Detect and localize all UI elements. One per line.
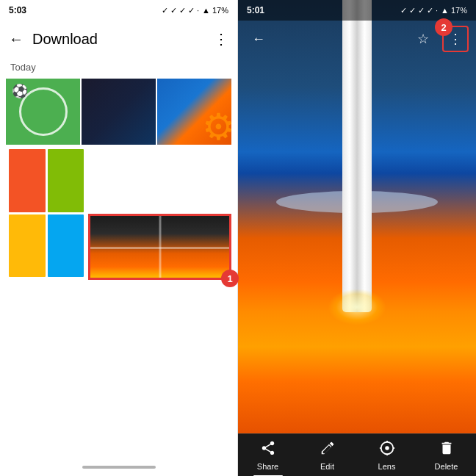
abstract-image [88, 214, 231, 280]
win-quad-blue [48, 214, 84, 278]
win-quad-yellow [9, 214, 46, 278]
gear-image [157, 79, 231, 145]
left-toolbar-left: ← Download [9, 31, 98, 48]
edit-label: Edit [320, 462, 334, 471]
status-bar-right: 5:01 ✓ ✓ ✓ ✓ · ▲ 17% [238, 0, 476, 21]
bottom-nav-indicator [82, 466, 156, 469]
section-today-label: Today [0, 57, 237, 76]
right-panel: 5:01 ✓ ✓ ✓ ✓ · ▲ 17% ← ☆ ⋮ 2 [238, 0, 476, 476]
photo-space[interactable] [82, 79, 156, 145]
edit-action[interactable]: Edit [298, 437, 357, 474]
lens-action[interactable]: Lens [357, 437, 416, 474]
back-button-right[interactable]: ← [245, 26, 272, 52]
action-bar: Share Edit Lens [238, 433, 476, 476]
photo-abstract-wrapper: 1 [88, 214, 231, 280]
edit-icon [320, 440, 336, 460]
win-quad-red [9, 149, 46, 212]
right-toolbar-actions: ☆ ⋮ 2 [410, 26, 469, 52]
photo-soccer[interactable] [6, 79, 80, 145]
delete-action[interactable]: Delete [416, 437, 476, 474]
photo-gear[interactable] [157, 79, 231, 145]
svg-point-1 [385, 446, 389, 450]
share-label: Share [257, 462, 278, 471]
more-options-button[interactable]: ⋮ [214, 30, 228, 48]
photo-grid: 1 [0, 76, 237, 283]
back-button[interactable]: ← [9, 31, 24, 48]
badge-1: 1 [221, 270, 239, 287]
windows-image [6, 146, 87, 280]
space-image [82, 79, 156, 145]
left-status-time: 5:03 [9, 5, 26, 15]
photo-windows[interactable] [6, 146, 87, 280]
lens-icon [379, 440, 395, 460]
status-bar-left: 5:03 ✓ ✓ ✓ ✓ · ▲ 17% [0, 0, 237, 21]
delete-icon [439, 440, 455, 460]
delete-label: Delete [435, 462, 458, 471]
drink-wallpaper [238, 0, 476, 433]
drink-glow [328, 289, 386, 325]
star-button[interactable]: ☆ [410, 26, 436, 52]
share-action[interactable]: Share [238, 437, 298, 474]
photo-row-2: 1 [6, 146, 231, 280]
bottom-indicator-container [0, 466, 238, 469]
win-quad-green [48, 149, 84, 212]
lens-label: Lens [378, 462, 396, 471]
left-signal-icons: ▲ 17% [202, 6, 228, 15]
right-status-icons: ✓ ✓ ✓ ✓ · ▲ 17% [400, 6, 467, 15]
soccer-image [6, 79, 80, 145]
badge-2: 2 [435, 18, 452, 36]
photo-abstract[interactable] [88, 214, 231, 280]
left-panel: 5:03 ✓ ✓ ✓ ✓ · ▲ 17% ← Download ⋮ Today [0, 0, 238, 476]
more-options-wrapper: ⋮ 2 [442, 26, 469, 52]
photo-row-1 [6, 79, 231, 145]
page-title: Download [32, 31, 98, 48]
right-signal-icons: ▲ 17% [441, 6, 467, 15]
right-status-time: 5:01 [247, 5, 264, 15]
main-image-area [238, 0, 476, 433]
left-toolbar: ← Download ⋮ [0, 21, 237, 57]
left-status-icons: ✓ ✓ ✓ ✓ · ▲ 17% [162, 6, 228, 15]
right-toolbar: ← ☆ ⋮ 2 [238, 21, 476, 57]
share-icon [260, 440, 276, 460]
right-notification-icons: ✓ ✓ ✓ ✓ · [400, 6, 438, 15]
left-notification-icons: ✓ ✓ ✓ ✓ · [162, 6, 199, 15]
